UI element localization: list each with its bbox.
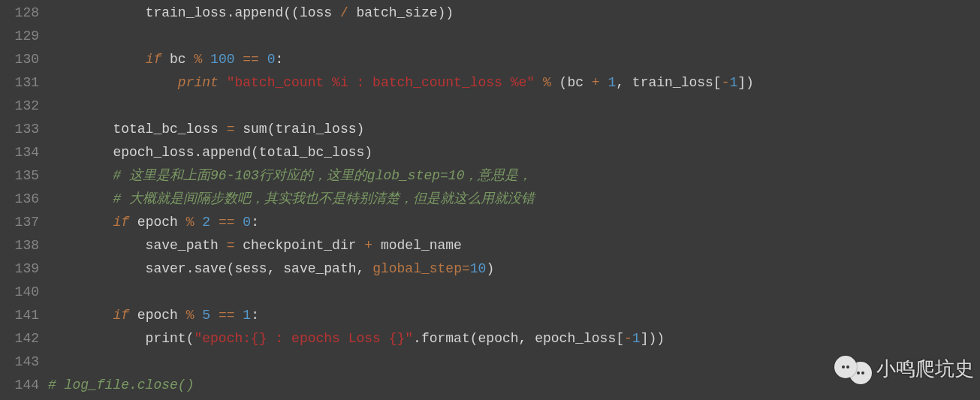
code-line[interactable] xyxy=(48,281,980,304)
code-token: = xyxy=(462,261,470,276)
line-number: 143 xyxy=(0,350,39,374)
line-number: 139 xyxy=(0,257,39,281)
code-token: sess xyxy=(234,261,267,276)
line-number: 130 xyxy=(0,48,39,71)
code-token xyxy=(48,191,113,206)
code-token: [ xyxy=(713,75,722,90)
code-token: if xyxy=(113,308,129,323)
code-token: batch_size xyxy=(348,5,438,20)
code-token: epoch xyxy=(129,215,186,230)
code-token: save_path xyxy=(275,261,356,276)
code-token: saver.save xyxy=(48,261,227,276)
code-token: save_path xyxy=(48,238,227,253)
code-token xyxy=(219,75,227,90)
code-token: ( xyxy=(559,75,568,90)
code-token: print xyxy=(178,75,219,90)
code-token xyxy=(259,52,267,67)
code-token: , xyxy=(357,261,365,276)
code-token: global_step xyxy=(372,261,462,276)
code-token: % xyxy=(186,215,194,230)
code-token xyxy=(194,308,202,323)
line-number: 141 xyxy=(0,304,39,327)
code-token: [ xyxy=(616,331,624,346)
code-token: == xyxy=(219,308,235,323)
code-token: 1 xyxy=(608,75,616,90)
code-token: ( xyxy=(470,331,478,346)
code-line[interactable]: train_loss.append((loss / batch_size)) xyxy=(48,2,980,25)
code-token: 0 xyxy=(243,215,251,230)
code-token: , xyxy=(267,261,276,276)
code-token: epoch xyxy=(129,308,186,323)
code-line[interactable]: # 大概就是间隔步数吧，其实我也不是特别清楚，但是就这么用就没错 xyxy=(48,188,980,211)
code-line[interactable] xyxy=(48,95,980,118)
code-token xyxy=(234,52,243,67)
line-number: 133 xyxy=(0,118,39,141)
code-token: .format xyxy=(413,331,470,346)
code-token: + xyxy=(364,238,372,253)
line-number: 137 xyxy=(0,211,39,234)
code-line[interactable]: save_path = checkpoint_dir + model_name xyxy=(48,234,980,257)
code-token xyxy=(235,215,243,230)
code-token: % xyxy=(543,75,551,90)
code-token: epoch_loss xyxy=(526,331,616,346)
code-token: - xyxy=(722,75,730,90)
line-number: 144 xyxy=(0,374,39,397)
code-area[interactable]: train_loss.append((loss / batch_size)) i… xyxy=(48,0,980,400)
line-number: 128 xyxy=(0,2,39,25)
code-token: 2 xyxy=(202,215,210,230)
code-line[interactable]: saver.save(sess, save_path, global_step=… xyxy=(48,257,980,281)
code-token: total_bc_loss xyxy=(259,145,364,160)
code-line[interactable]: print "batch_count %i : batch_count_loss… xyxy=(48,71,980,95)
line-number: 136 xyxy=(0,188,39,211)
code-token xyxy=(210,215,219,230)
code-token: checkpoint_dir xyxy=(234,238,364,253)
code-line[interactable] xyxy=(48,25,980,48)
code-token: ]) xyxy=(737,75,754,90)
code-token: ) xyxy=(486,261,494,276)
code-token: loss xyxy=(300,5,340,20)
code-token: : xyxy=(251,215,259,230)
code-token xyxy=(202,52,210,67)
code-token: , xyxy=(519,331,527,346)
code-editor[interactable]: 1281291301311321331341351361371381391401… xyxy=(0,0,980,400)
code-token xyxy=(194,215,202,230)
code-token: epoch xyxy=(478,331,519,346)
code-token xyxy=(210,308,219,323)
code-token: if xyxy=(113,215,129,230)
line-number: 131 xyxy=(0,71,39,95)
code-line[interactable]: epoch_loss.append(total_bc_loss) xyxy=(48,141,980,164)
code-token: ) xyxy=(364,145,372,160)
line-number: 129 xyxy=(0,25,39,48)
code-token: if xyxy=(146,52,162,67)
code-line[interactable]: # 这里是和上面96-103行对应的，这里的glob_step=10，意思是， xyxy=(48,164,980,188)
code-line[interactable]: total_bc_loss = sum(train_loss) xyxy=(48,118,980,141)
code-token: 5 xyxy=(202,308,210,323)
line-number: 135 xyxy=(0,164,39,188)
code-token: )) xyxy=(438,5,454,20)
code-token: # 这里是和上面96-103行对应的，这里的glob_step=10，意思是， xyxy=(113,168,532,183)
code-token xyxy=(235,308,243,323)
code-token: == xyxy=(219,215,235,230)
code-token: 100 xyxy=(210,52,234,67)
code-line[interactable]: if bc % 100 == 0: xyxy=(48,48,980,71)
code-token: "batch_count %i : batch_count_loss %e" xyxy=(227,75,535,90)
wechat-icon xyxy=(834,354,873,384)
code-line[interactable]: if epoch % 2 == 0: xyxy=(48,211,980,234)
code-token: ( xyxy=(227,261,235,276)
code-token: "epoch:{} : epochs Loss {}" xyxy=(194,331,413,346)
code-token: - xyxy=(624,331,632,346)
code-token xyxy=(48,308,113,323)
code-token xyxy=(48,52,146,67)
code-token: % xyxy=(186,308,194,323)
code-line[interactable]: print("epoch:{} : epochs Loss {}".format… xyxy=(48,327,980,350)
code-token xyxy=(600,75,608,90)
code-token: ( xyxy=(267,122,276,137)
code-token: epoch_loss.append xyxy=(48,145,251,160)
code-token: model_name xyxy=(372,238,462,253)
code-token: bc xyxy=(567,75,591,90)
code-token: train_loss xyxy=(624,75,713,90)
code-line[interactable]: if epoch % 5 == 1: xyxy=(48,304,980,327)
code-token: / xyxy=(340,5,348,20)
code-token: 10 xyxy=(470,261,487,276)
watermark-text: 小鸣爬坑史 xyxy=(876,353,974,385)
